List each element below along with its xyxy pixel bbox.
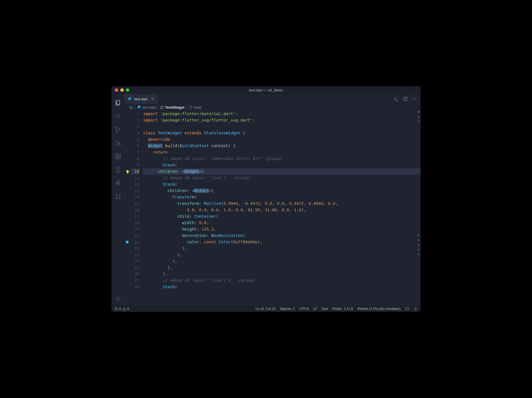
pull-requests-icon[interactable] [111,190,125,203]
svg-point-1 [116,114,119,117]
titlebar[interactable]: tent.dart — xd_demo [111,86,421,94]
minimize-window[interactable] [120,88,124,92]
crumb-folder[interactable]: lib [129,105,133,110]
status-problems[interactable]: 0 0 [114,307,129,311]
svg-text:ab: ab [394,97,396,99]
source-control-icon[interactable] [111,123,125,136]
more-actions-icon[interactable] [412,96,417,101]
svg-point-4 [119,128,120,129]
svg-point-18 [415,99,416,99]
status-cursor-position[interactable]: Ln 10, Col 23 [256,307,275,311]
debug-icon[interactable] [111,136,125,150]
crumb-file[interactable]: tent.dart [137,105,156,110]
svg-rect-9 [119,154,121,156]
svg-rect-7 [116,157,118,159]
explorer-icon[interactable] [111,96,125,110]
status-eol[interactable]: LF [313,307,317,311]
breakpoint-marker[interactable] [126,241,128,243]
lightbulb-icon[interactable]: 💡 [125,169,130,175]
close-window[interactable] [115,88,118,92]
ruler-mark [418,239,419,241]
svg-point-16 [413,99,413,99]
overview-ruler[interactable] [418,111,420,255]
flutter-icon[interactable] [111,176,125,190]
editor-actions: ab [394,94,421,104]
status-bar: 0 0 Ln 10, Col 23 Spaces: 2 UTF-8 LF Dar… [111,306,421,312]
svg-rect-8 [119,157,121,159]
class-symbol-icon: ⬡ [160,105,163,110]
method-symbol-icon: ❒ [189,105,192,110]
traffic-lights [115,88,129,92]
svg-point-17 [414,99,414,99]
split-editor-icon[interactable] [403,96,408,101]
test-icon[interactable] [111,163,125,176]
tab-bar: tent.dart ✕ ab [125,94,421,104]
search-icon[interactable] [111,110,125,123]
activity-bar [111,94,125,306]
svg-point-10 [116,194,117,195]
tab-label: tent.dart [134,97,148,101]
vscode-window: tent.dart — xd_demo [111,86,421,312]
status-device[interactable]: iPhone 11 Pro (ios simulator) [357,307,401,311]
maximize-window[interactable] [126,88,129,92]
ruler-mark [418,244,419,246]
svg-rect-6 [116,154,118,156]
svg-point-11 [116,198,117,199]
svg-rect-0 [117,100,120,104]
svg-point-3 [116,131,117,132]
ruler-mark [418,249,419,250]
notifications-bell-icon[interactable] [414,307,418,311]
svg-point-13 [117,298,119,300]
ruler-mark [418,111,419,113]
editor[interactable]: 💡 12345678910111213141516171819202122232… [125,111,421,306]
feedback-icon[interactable] [405,307,409,311]
svg-point-2 [116,127,117,128]
code-content[interactable]: import 'package:flutter/material.dart';i… [143,111,421,306]
crumb-class[interactable]: ⬡TentWidget [160,105,184,110]
status-indentation[interactable]: Spaces: 2 [280,307,295,311]
chevron-right-icon: › [158,105,159,110]
window-title: tent.dart — xd_demo [249,88,283,92]
status-encoding[interactable]: UTF-8 [299,307,309,311]
line-numbers: 1234567891011121314151617181920212223242… [131,111,143,306]
word-wrap-icon[interactable]: ab [394,96,399,101]
tab-tent-dart[interactable]: tent.dart ✕ [125,94,158,104]
glyph-margin: 💡 [125,111,131,306]
extensions-icon[interactable] [111,150,125,163]
ruler-mark [418,235,419,236]
breadcrumbs[interactable]: lib › tent.dart › ⬡TentWidget › ❒build [125,104,421,111]
settings-gear-icon[interactable] [111,292,125,306]
ruler-mark [418,121,419,122]
status-language[interactable]: Dart [322,307,328,311]
dart-file-icon [128,97,132,101]
ruler-mark [418,254,419,255]
svg-point-5 [118,143,121,145]
ruler-mark [418,116,419,117]
dart-file-icon [137,105,141,109]
crumb-method[interactable]: ❒build [189,105,201,110]
chevron-right-icon: › [135,105,136,110]
status-flutter-version[interactable]: Flutter: 1.17.0 [332,307,353,311]
close-tab-icon[interactable]: ✕ [151,97,154,101]
chevron-right-icon: › [186,105,187,110]
svg-point-12 [119,198,120,199]
